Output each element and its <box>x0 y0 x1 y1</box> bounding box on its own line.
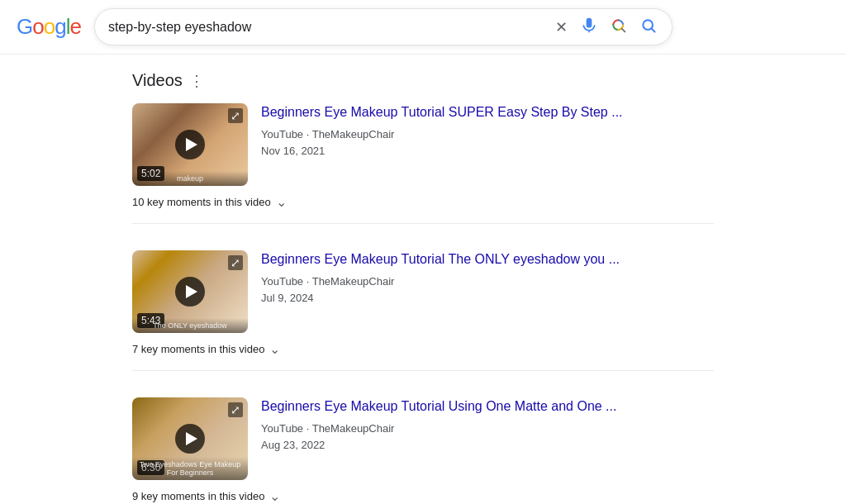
video-info: Beginners Eye Makeup Tutorial Using One … <box>261 397 714 453</box>
search-icon <box>640 17 657 36</box>
video-row: 5:02 ⤢ makeup Beginners Eye Makeup Tutor… <box>132 103 714 186</box>
video-date: Aug 23, 2022 <box>261 437 714 454</box>
mic-button[interactable] <box>579 16 599 38</box>
more-options-icon[interactable]: ⋮ <box>189 72 204 90</box>
video-source: YouTube · TheMakeupChair <box>261 421 714 437</box>
svg-line-1 <box>622 29 625 32</box>
divider <box>132 223 714 224</box>
video-title[interactable]: Beginners Eye Makeup Tutorial SUPER Easy… <box>261 105 623 119</box>
search-bar-wrapper: ✕ <box>94 8 673 45</box>
expand-icon: ⤢ <box>228 402 243 417</box>
key-moments[interactable]: 10 key moments in this video ⌄ <box>132 194 714 210</box>
video-info: Beginners Eye Makeup Tutorial The ONLY e… <box>261 250 714 306</box>
video-thumbnail[interactable]: 5:02 ⤢ makeup <box>132 103 248 186</box>
video-source: YouTube · TheMakeupChair <box>261 273 714 290</box>
svg-line-3 <box>652 29 655 32</box>
clear-button[interactable]: ✕ <box>554 17 569 38</box>
video-thumbnail[interactable]: 6:30 ⤢ Two Eyeshadows Eye Makeup For Beg… <box>132 397 248 480</box>
video-meta: YouTube · TheMakeupChair Aug 23, 2022 <box>261 421 714 453</box>
key-moments[interactable]: 7 key moments in this video ⌄ <box>132 341 714 357</box>
search-input[interactable] <box>108 20 545 35</box>
play-button[interactable] <box>175 277 205 307</box>
play-triangle-icon <box>186 285 197 298</box>
video-date: Nov 16, 2021 <box>261 143 714 159</box>
lens-icon <box>611 17 627 36</box>
play-triangle-icon <box>186 432 197 445</box>
key-moments-text: 9 key moments in this video <box>132 490 264 502</box>
video-row: 6:30 ⤢ Two Eyeshadows Eye Makeup For Beg… <box>132 397 714 480</box>
video-meta: YouTube · TheMakeupChair Jul 9, 2024 <box>261 273 714 306</box>
video-date: Jul 9, 2024 <box>261 290 714 307</box>
google-logo[interactable]: Google <box>17 14 81 40</box>
play-button[interactable] <box>175 130 205 159</box>
key-moments-text: 7 key moments in this video <box>132 343 264 355</box>
videos-list: 5:02 ⤢ makeup Beginners Eye Makeup Tutor… <box>132 103 714 504</box>
video-item: 6:30 ⤢ Two Eyeshadows Eye Makeup For Beg… <box>132 397 714 504</box>
chevron-down-icon: ⌄ <box>269 488 280 504</box>
key-moments-text: 10 key moments in this video <box>132 196 271 208</box>
divider <box>132 370 714 371</box>
play-triangle-icon <box>186 138 197 151</box>
chevron-down-icon: ⌄ <box>276 194 287 210</box>
chevron-down-icon: ⌄ <box>269 341 280 357</box>
video-thumbnail[interactable]: 5:43 ⤢ The ONLY eyeshadow <box>132 250 248 333</box>
search-bar: ✕ <box>94 8 673 45</box>
thumb-text: Two Eyeshadows Eye Makeup For Beginners <box>132 457 248 480</box>
video-item: 5:02 ⤢ makeup Beginners Eye Makeup Tutor… <box>132 103 714 250</box>
play-button[interactable] <box>175 424 205 454</box>
video-title[interactable]: Beginners Eye Makeup Tutorial Using One … <box>261 399 616 413</box>
search-icons: ✕ <box>554 16 658 38</box>
video-source: YouTube · TheMakeupChair <box>261 126 714 143</box>
video-item: 5:43 ⤢ The ONLY eyeshadow Beginners Eye … <box>132 250 714 397</box>
video-title[interactable]: Beginners Eye Makeup Tutorial The ONLY e… <box>261 252 620 266</box>
key-moments[interactable]: 9 key moments in this video ⌄ <box>132 488 714 504</box>
video-info: Beginners Eye Makeup Tutorial SUPER Easy… <box>261 103 714 159</box>
mic-icon <box>581 17 597 36</box>
clear-icon: ✕ <box>555 18 568 36</box>
video-row: 5:43 ⤢ The ONLY eyeshadow Beginners Eye … <box>132 250 714 333</box>
video-meta: YouTube · TheMakeupChair Nov 16, 2021 <box>261 126 714 159</box>
main-content: Videos ⋮ 5:02 ⤢ makeup Beginners Eye Mak… <box>0 55 846 504</box>
lens-button[interactable] <box>609 16 629 38</box>
section-header: Videos ⋮ <box>132 71 714 90</box>
search-button[interactable] <box>639 16 658 38</box>
expand-icon: ⤢ <box>228 255 243 270</box>
thumb-text: The ONLY eyeshadow <box>132 318 248 333</box>
header: Google ✕ <box>0 0 846 55</box>
thumb-text: makeup <box>132 171 248 186</box>
section-title: Videos <box>132 71 183 90</box>
expand-icon: ⤢ <box>228 108 243 123</box>
